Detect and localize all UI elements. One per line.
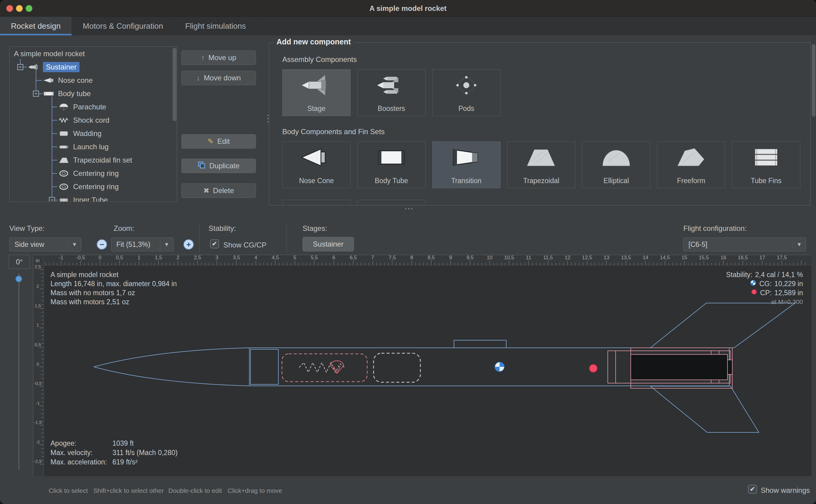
boosters-icon xyxy=(358,73,425,97)
edit-button[interactable]: ✎Edit xyxy=(181,134,256,149)
component-card-pods[interactable]: Pods xyxy=(432,69,500,116)
parachute-icon xyxy=(58,103,70,111)
svg-text:13: 13 xyxy=(604,255,609,260)
svg-text:12,5: 12,5 xyxy=(582,255,592,260)
zoom-out-button[interactable]: − xyxy=(97,239,107,250)
splitter-handle-horizontal[interactable]: ⋯ xyxy=(404,205,414,212)
svg-text:-1,5: -1,5 xyxy=(34,420,42,425)
tubefins-icon xyxy=(732,145,800,170)
flight-stats-block: Apogee:1039 ft Max. velocity:311 ft/s (M… xyxy=(50,439,178,467)
delete-button[interactable]: ✖Delete xyxy=(181,183,256,198)
bodytube-icon xyxy=(43,90,54,98)
svg-text:5,5: 5,5 xyxy=(311,255,318,260)
tree-item-launch-lug[interactable]: Launch lug xyxy=(58,141,108,152)
svg-text:in: in xyxy=(36,258,40,263)
nosecone-icon xyxy=(283,145,350,170)
tree-item-shock-cord[interactable]: Shock cord xyxy=(58,115,109,126)
svg-text:0: 0 xyxy=(37,361,39,367)
svg-text:-2: -2 xyxy=(36,439,40,444)
component-card-tube-fins[interactable]: Tube Fins xyxy=(732,141,800,188)
svg-text:17,5: 17,5 xyxy=(777,255,787,260)
component-card-boosters[interactable]: Boosters xyxy=(357,69,426,116)
move-down-button[interactable]: ↓Move down xyxy=(181,71,256,85)
component-card-body-tube[interactable]: Body Tube xyxy=(357,141,426,188)
arrow-up-icon: ↑ xyxy=(201,53,205,62)
rotation-slider-track xyxy=(18,273,19,470)
tree-item-body-tube[interactable]: Body tube xyxy=(43,88,91,99)
flight-configuration-dropdown[interactable]: [C6-5]▼ xyxy=(683,237,806,251)
svg-text:14: 14 xyxy=(643,255,648,260)
svg-text:1: 1 xyxy=(37,322,39,328)
mach-caption: at M=0,300 xyxy=(771,297,803,306)
view-type-label: View Type: xyxy=(9,224,45,233)
svg-text:2,5: 2,5 xyxy=(194,255,201,260)
svg-text:7,5: 7,5 xyxy=(389,255,396,260)
freeform-icon xyxy=(657,145,725,170)
view-type-dropdown[interactable]: Side view▼ xyxy=(9,237,81,251)
svg-text:17: 17 xyxy=(759,255,765,260)
bodytube-icon xyxy=(358,145,425,170)
tree-item-sustainer[interactable]: Sustainer xyxy=(28,62,79,73)
panel-scrollbar[interactable] xyxy=(812,44,815,117)
component-card-transition[interactable]: Transition xyxy=(432,141,500,188)
tab-flight-simulations[interactable]: Flight simulations xyxy=(174,17,257,35)
component-card-freeform[interactable]: Freeform xyxy=(657,141,725,188)
nosecone-icon xyxy=(43,76,54,84)
tree-root[interactable]: A simple model rocket xyxy=(14,48,85,59)
finset-icon xyxy=(58,156,70,164)
chevron-down-icon: ▼ xyxy=(68,238,81,251)
component-card-stage[interactable]: Stage xyxy=(282,69,351,116)
rotation-angle-field[interactable]: 0° xyxy=(9,255,30,269)
status-hint: Click to select xyxy=(49,487,88,494)
svg-text:15: 15 xyxy=(682,255,687,260)
component-card-partial[interactable] xyxy=(282,200,351,205)
trapezoidal-icon xyxy=(507,145,575,170)
show-warnings-checkbox[interactable]: ✔ xyxy=(748,485,757,494)
chevron-down-icon: ▼ xyxy=(160,238,173,251)
zoom-in-button[interactable]: + xyxy=(183,239,194,250)
stage-toggle-sustainer[interactable]: Sustainer xyxy=(303,237,354,251)
svg-text:11: 11 xyxy=(526,255,531,260)
rocket-canvas[interactable]: in-1-0,500,511,522,533,544,555,566,577,5… xyxy=(33,255,811,476)
move-up-button[interactable]: ↑Move up xyxy=(181,50,256,65)
svg-text:15,5: 15,5 xyxy=(699,255,709,260)
tree-item-centering-ring[interactable]: Centering ring xyxy=(58,168,119,179)
duplicate-icon xyxy=(198,161,206,171)
svg-text:2: 2 xyxy=(37,283,39,289)
wadding-icon xyxy=(58,130,70,137)
rotation-slider-thumb[interactable] xyxy=(15,276,22,282)
flight-configuration-label: Flight configuration: xyxy=(683,224,746,233)
tree-scrollbar[interactable] xyxy=(173,48,176,121)
svg-text:10: 10 xyxy=(487,255,493,260)
tree-item-nose-cone[interactable]: Nose cone xyxy=(43,75,93,86)
tree-item-centering-ring[interactable]: Centering ring xyxy=(58,181,119,192)
stability-info-block: Stability:2,4 cal / 14,1 % CG:10,229 in … xyxy=(726,270,803,306)
tree-item-inner-tube[interactable]: Inner Tube xyxy=(58,195,108,202)
zoom-label: Zoom: xyxy=(114,224,134,233)
launchlug-icon xyxy=(58,143,70,151)
component-card-trapezoidal[interactable]: Trapezoidal xyxy=(507,141,575,188)
tab-rocket-design[interactable]: Rocket design xyxy=(0,17,72,35)
component-card-partial[interactable] xyxy=(357,200,426,205)
show-warnings-label: Show warnings xyxy=(761,486,810,495)
component-card-elliptical[interactable]: Elliptical xyxy=(582,141,650,188)
component-tree: A simple model rocketSustainerNose coneB… xyxy=(9,47,177,202)
duplicate-button[interactable]: Duplicate xyxy=(181,159,256,173)
svg-text:11,5: 11,5 xyxy=(543,255,553,260)
window-title: A simple model rocket xyxy=(0,0,816,17)
zoom-dropdown[interactable]: Fit (51,3%)▼ xyxy=(111,237,173,251)
show-cgcp-checkbox[interactable]: ✔ xyxy=(210,239,219,248)
svg-text:8: 8 xyxy=(410,255,413,260)
svg-text:9: 9 xyxy=(449,255,452,260)
cp-icon xyxy=(751,288,757,297)
stability-label: Stability: xyxy=(209,224,236,233)
tab-motors-configuration[interactable]: Motors & Configuration xyxy=(72,17,174,35)
pods-icon xyxy=(432,73,500,97)
svg-text:-0,5: -0,5 xyxy=(76,255,85,260)
component-card-nose-cone[interactable]: Nose Cone xyxy=(282,141,351,188)
tree-item-parachute[interactable]: Parachute xyxy=(58,102,106,112)
pencil-icon: ✎ xyxy=(208,137,214,146)
svg-text:6: 6 xyxy=(332,255,335,260)
tree-item-wadding[interactable]: Wadding xyxy=(58,128,102,139)
tree-item-trapezoidal-fin-set[interactable]: Trapezoidal fin set xyxy=(58,155,132,166)
